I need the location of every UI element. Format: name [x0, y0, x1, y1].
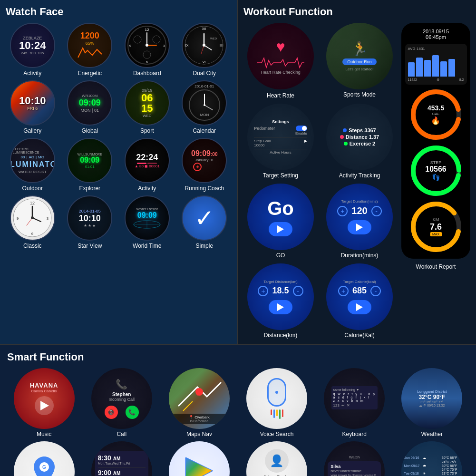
- workout-report-label-container: Workout Report: [401, 263, 470, 339]
- svg-text:12: 12: [145, 28, 149, 32]
- svg-point-19: [203, 44, 205, 47]
- workout-circle-distance: Target Distance(km) + 18.5 -: [247, 263, 314, 330]
- watch-item-worldtime: Water Resist 09:09 World Time: [120, 195, 174, 249]
- svg-text:9: 9: [17, 216, 19, 221]
- workout-label-target: Target Setting: [263, 172, 298, 179]
- smart-item-gmaps: G Google Maps: [7, 441, 81, 476]
- svg-text:WED: WED: [210, 37, 217, 40]
- svg-text:MON: MON: [200, 113, 209, 117]
- svg-point-10: [134, 36, 141, 43]
- watch-label-global: Global: [81, 127, 98, 134]
- watch-label-activity: Activity: [23, 70, 41, 77]
- watch-item-dual-city: XII III VI IX WED D: [178, 23, 232, 77]
- svg-text:IX: IX: [185, 44, 189, 47]
- smart-function-grid: HAVANA Camila Cabello Music 📞 Stephen In: [7, 368, 469, 476]
- svg-point-8: [143, 51, 151, 58]
- watch-label-simple: Simple: [195, 243, 213, 249]
- workout-label-duration: Duration(mins): [341, 252, 379, 259]
- smart-circle-keyboard: same following ▼ q w e r t y u i o p a s…: [324, 368, 385, 429]
- smart-circle-music: HAVANA Camila Cabello: [14, 368, 75, 429]
- watch-face-classic: 12 3 6 9: [10, 195, 55, 241]
- svg-point-24: [204, 104, 205, 106]
- watch-face-dual-city: XII III VI IX WED: [182, 23, 227, 68]
- watch-item-classic: 12 3 6 9 Classic: [6, 195, 59, 249]
- watch-face-title: Watch Face: [6, 6, 231, 18]
- smart-circle-call: 📞 Stephen Incoming Call 📵 📞: [91, 368, 152, 429]
- watch-face-energetic: 1200 65%: [67, 23, 112, 68]
- smart-function-title: Smart Function: [7, 351, 469, 363]
- smart-item-wther: Sun 09/16☁30°C 88°F 24°C 75°F Mon 09/17🌧…: [395, 441, 469, 476]
- svg-text:9: 9: [129, 44, 131, 48]
- svg-text:3: 3: [47, 216, 49, 221]
- svg-text:3: 3: [163, 44, 165, 48]
- workout-item-duration: Target Duration(mins) + 120 - Duration(m…: [322, 184, 397, 259]
- watch-item-global: WR100M 09:09 MON | 01 Global: [63, 80, 117, 134]
- workout-label-report: Workout Report: [401, 263, 470, 270]
- watch-label-activity2: Activity: [138, 185, 156, 192]
- watch-label-classic: Classic: [23, 243, 42, 249]
- workout-item-calorie: Target Calorie(kcal) + 685 - Calorie(Kal…: [322, 263, 397, 339]
- smart-item-voice: Voice Search: [240, 368, 314, 437]
- watch-face-activity2: 22:24 ▲ 80 ◼ 00001: [125, 138, 170, 183]
- smart-label-maps-nav: Maps Nav: [186, 431, 212, 437]
- workout-main-grid: ♥ Heart Rate Checking Heart Rate: [243, 23, 470, 339]
- workout-label-distance: Distance(km): [264, 332, 298, 339]
- smart-item-weather-right: Longgand District 32°C 90°F 32° 25° 90° …: [395, 368, 469, 437]
- smart-item-vcall: 👤 Jaime Rovira Video calling on Messenge…: [240, 441, 314, 476]
- watch-label-explorer: Explorer: [79, 185, 100, 192]
- watch-face-global: WR100M 09:09 MON | 01: [67, 80, 112, 126]
- watch-face-starview: 2014-01-05 10:10 ★ ★ ★: [67, 195, 112, 241]
- smart-item-gstore: Google Store: [162, 441, 236, 476]
- watch-face-worldtime: Water Resist 09:09: [125, 195, 170, 241]
- workout-item-distance: Target Distance(km) + 18.5 - Distance(km…: [243, 263, 318, 339]
- svg-text:XII: XII: [202, 27, 206, 30]
- watch-label-outdoor: Outdoor: [22, 185, 43, 192]
- smart-circle-gmaps: G: [14, 441, 75, 476]
- watch-face-sport: 09/19 06 15 WED: [125, 80, 170, 126]
- watch-item-dashboard: 12 3 6 9: [120, 23, 174, 77]
- svg-text:VI: VI: [203, 60, 206, 64]
- distance-ring: KM 7.6 MAX: [410, 201, 462, 253]
- watch-item-simple: ✓ Simple: [178, 195, 232, 249]
- smart-circle-weather-right: Longgand District 32°C 90°F 32° 25° 90° …: [401, 368, 462, 429]
- workout-circle-duration: Target Duration(mins) + 120 -: [326, 184, 393, 250]
- workout-circle-calorie: Target Calorie(kcal) + 685 -: [326, 263, 393, 330]
- watch-label-worldtime: World Time: [133, 243, 161, 249]
- smart-item-call: 📞 Stephen Incoming Call 📵 📞 Call: [85, 368, 158, 437]
- watch-face-outdoor: ELECTRO LUMINESCENCE 00|AO|MO ILLUMINATO…: [10, 138, 55, 183]
- smart-circle-notif: Watch Silva Never underestimateyour powe…: [324, 441, 385, 476]
- workout-item-tracking: Steps 3367 Distance 1.37 Exercise 2: [322, 104, 397, 179]
- watch-label-starview: Star View: [78, 243, 102, 249]
- smart-circle-wther: Sun 09/16☁30°C 88°F 24°C 75°F Mon 09/17🌧…: [401, 441, 462, 476]
- main-container: Watch Face ZEBLAZE 10:24 245700105 Activ…: [0, 0, 476, 476]
- steps-ring: STEP 10566 👣: [410, 145, 462, 197]
- workout-circle-target: Settings Pedometer Enable Step Goal: [247, 104, 314, 170]
- smart-circle-alarm: 8:30 AM Mon,Tue,Wed,Thu,Fri 9:00 AM Sun,…: [91, 441, 152, 476]
- watch-label-energetic: Energetic: [78, 70, 102, 77]
- svg-point-9: [153, 36, 160, 43]
- calories-ring: 453.5 CAL 🔥: [410, 88, 462, 141]
- workout-item-go: Go GO: [243, 184, 318, 259]
- workout-label-heartrate: Heart Rate: [267, 92, 294, 99]
- workout-circle-sports: 🏃 Outdoor Run Let's get started!: [326, 23, 393, 89]
- workout-label-tracking: Activity Tracking: [339, 172, 380, 179]
- workout-circle-go: Go: [247, 184, 314, 250]
- svg-text:12: 12: [30, 201, 35, 205]
- watch-face-running: 09:09:00 January 01: [182, 138, 227, 183]
- smart-item-alarm: 8:30 AM Mon,Tue,Wed,Thu,Fri 9:00 AM Sun,…: [85, 441, 158, 476]
- smart-circle-maps-nav: 📍 Ciyabark in Barcelona: [169, 368, 230, 429]
- smart-item-maps-nav: 📍 Ciyabark in Barcelona Maps Nav: [162, 368, 236, 437]
- workout-label-calorie: Calorie(Kal): [344, 332, 374, 339]
- watch-label-sport: Sport: [140, 127, 154, 134]
- smart-item-notif: Watch Silva Never underestimateyour powe…: [318, 441, 391, 476]
- workout-function-section: Workout Function ♥ Heart Rate Checking: [238, 0, 476, 344]
- watch-label-dashboard: Dashboard: [133, 70, 161, 77]
- smart-label-keyboard: Keyboard: [342, 431, 367, 437]
- watch-item-explorer: WILLSUNMORE 09:09 01:01 Explorer: [63, 138, 117, 192]
- smart-circle-gstore: [169, 441, 230, 476]
- report-date: 2018.09/1506:45pm: [423, 29, 449, 40]
- watch-item-outdoor: ELECTRO LUMINESCENCE 00|AO|MO ILLUMINATO…: [6, 138, 59, 192]
- svg-line-23: [204, 105, 213, 110]
- watch-label-calendar: Calendar: [193, 127, 216, 134]
- watch-face-dashboard: 12 3 6 9: [125, 23, 170, 68]
